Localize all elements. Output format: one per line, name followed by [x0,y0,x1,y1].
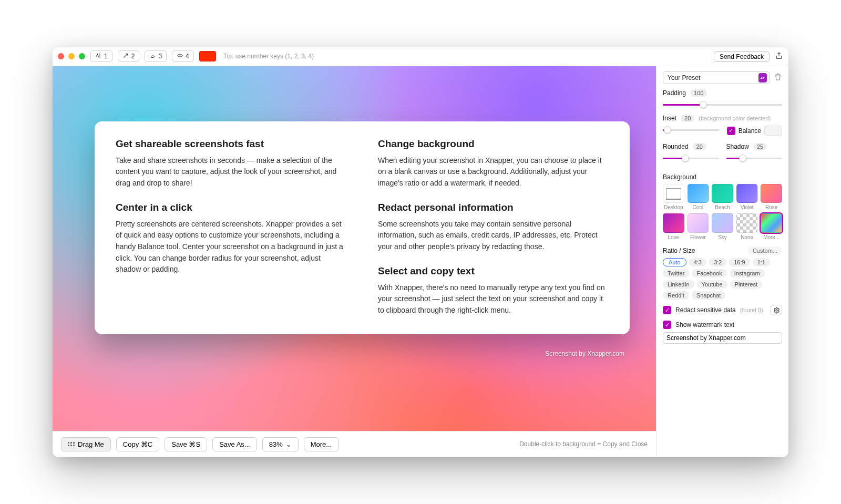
inset-value: 20 [681,115,694,122]
background-swatch-label: Sky [712,234,733,240]
background-swatch [688,184,709,203]
ratio-chip-instagram[interactable]: Instagram [730,269,765,277]
background-option-violet[interactable]: Violet [736,184,758,211]
redact-settings-button[interactable] [771,305,782,315]
background-swatch-label: More... [761,234,782,240]
redact-tool[interactable]: 4 [172,50,194,62]
save-button[interactable]: Save ⌘S [165,437,207,451]
copy-button[interactable]: Copy ⌘C [116,437,159,451]
watermark-checkbox[interactable]: ✓ [663,321,671,329]
background-option-sky[interactable]: Sky [712,213,733,240]
inset-label: Inset [663,115,676,122]
drag-me-button[interactable]: Drag Me [61,437,111,451]
background-heading: Background [663,173,782,181]
background-swatch-label: Rose [761,204,782,210]
background-swatch-label: None [736,234,758,240]
background-option-cool[interactable]: Cool [688,184,709,211]
inset-hint: (background color detected) [699,115,771,121]
ratio-chip-twitter[interactable]: Twitter [663,269,689,277]
titlebar: A 1 2 3 4 Tip: use number keys (1, 2, 3,… [53,47,788,66]
ratio-chip-43[interactable]: 4:3 [689,258,706,266]
send-feedback-button[interactable]: Send Feedback [714,52,770,62]
background-option-none[interactable]: None [736,213,758,240]
background-grid: DesktopCoolBeachVioletRoseLoveFlowerSkyN… [663,184,782,241]
redact-checkbox[interactable]: ✓ [663,306,671,314]
arrow-tool-icon [122,52,129,60]
ratio-chip-reddit[interactable]: Reddit [663,291,689,300]
window-controls [58,53,85,59]
balance-label: Balance [739,127,761,135]
text-tool[interactable]: A 1 [90,50,112,62]
watermark-label: Show watermark text [675,321,734,328]
chevron-down-icon: ⌄ [286,440,292,448]
ratio-chip-facebook[interactable]: Facebook [692,269,726,277]
block-body: With Xnapper, there's no need to manuall… [378,282,609,316]
background-option-love[interactable]: Love [663,213,684,240]
color-swatch[interactable] [199,51,216,61]
footer-hint: Double-click to background = Copy and Cl… [519,440,648,448]
svg-point-2 [775,310,777,311]
block-body: Pretty screenshots are centered screensh… [116,219,346,275]
close-window-button[interactable] [58,53,64,59]
ratio-chip-pinterest[interactable]: Pinterest [730,280,762,289]
block-body: When editing your screenshot in Xnapper,… [378,155,609,189]
block-title: Redact personal information [378,202,609,213]
background-swatch [712,184,733,203]
more-button[interactable]: More... [304,437,339,451]
block-title: Get shareable screenshots fast [116,138,346,150]
ratio-chip-169[interactable]: 16:9 [729,258,750,266]
preset-dropdown[interactable]: Your Preset ▴▾ [663,71,770,84]
padding-value: 100 [690,89,707,97]
arrow-tool[interactable]: 2 [118,50,140,62]
erase-tool-key: 3 [158,53,162,60]
app-window: A 1 2 3 4 Tip: use number keys (1, 2, 3,… [53,47,788,457]
redact-label: Redact sensitive data [675,306,736,314]
ratio-chip-youtube[interactable]: Youtube [697,280,727,289]
trash-icon[interactable] [774,73,782,83]
background-option-more[interactable]: More... [761,213,782,240]
balance-color-picker[interactable] [764,126,782,136]
background-option-flower[interactable]: Flower [688,213,709,240]
background-swatch [736,213,758,233]
background-swatch-label: Cool [688,204,709,210]
preview-canvas[interactable]: Get shareable screenshots fast Take and … [53,66,656,431]
ratio-chip-linkedin[interactable]: LinkedIn [663,280,694,289]
ratio-chip-snapchat[interactable]: Snapchat [692,291,725,300]
ratio-chip-11[interactable]: 1:1 [753,258,770,266]
footer-bar: Drag Me Copy ⌘C Save ⌘S Save As... 83% ⌄… [53,431,656,457]
erase-tool-icon [149,52,156,60]
share-icon[interactable] [775,52,783,61]
rounded-label: Rounded [663,143,689,150]
ratio-chip-32[interactable]: 3:2 [709,258,726,266]
background-swatch [712,213,733,233]
drag-handle-icon [68,442,75,446]
background-swatch [663,213,684,233]
rounded-slider[interactable] [663,153,719,163]
background-swatch-label: Violet [736,204,758,210]
background-option-rose[interactable]: Rose [761,184,782,211]
shadow-slider[interactable] [726,153,783,163]
minimize-window-button[interactable] [68,53,75,59]
watermark-input[interactable] [663,332,782,344]
rounded-value: 20 [693,143,706,150]
ratio-chip-auto[interactable]: Auto [663,258,686,266]
balance-checkbox[interactable]: ✓ [727,127,735,135]
arrow-tool-key: 2 [131,53,135,60]
text-tool-icon: A [95,52,102,60]
block-title: Select and copy text [378,265,609,277]
toolbar-tip: Tip: use number keys (1, 2, 3, 4) [223,53,314,60]
zoom-dropdown[interactable]: 83% ⌄ [262,437,299,451]
svg-text:A: A [96,53,99,58]
inset-slider[interactable] [663,125,720,135]
background-swatch [761,213,782,233]
padding-slider[interactable] [663,100,782,109]
ratio-custom-chip[interactable]: Custom... [748,246,782,255]
save-as-button[interactable]: Save As... [212,437,257,451]
background-option-desktop[interactable]: Desktop [663,184,684,211]
background-option-beach[interactable]: Beach [712,184,733,211]
background-swatch [736,184,758,203]
block-title: Center in a click [116,202,346,213]
erase-tool[interactable]: 3 [145,50,167,62]
zoom-window-button[interactable] [79,53,85,59]
screenshot-card: Get shareable screenshots fast Take and … [95,121,630,334]
